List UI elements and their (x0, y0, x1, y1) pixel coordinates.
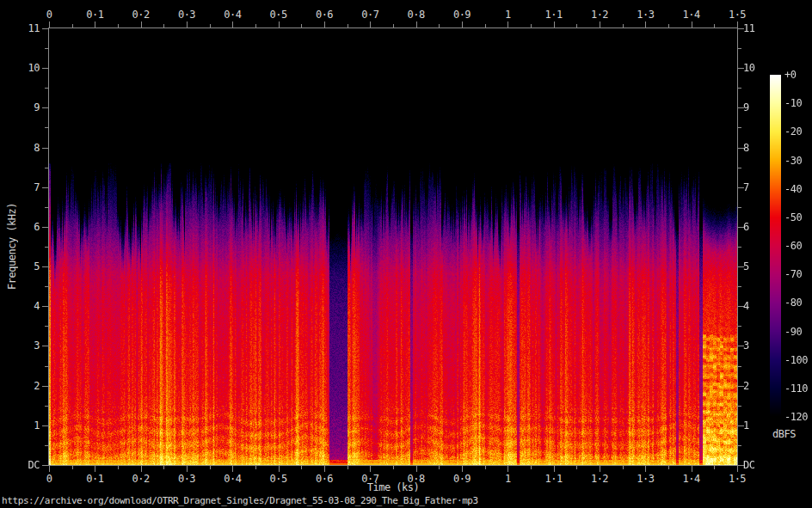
x-major-tick-top (416, 21, 417, 28)
x-major-tick-top (324, 21, 325, 28)
y-tick-label-right: 9 (743, 101, 749, 113)
x-major-tick-top (554, 21, 555, 28)
colorbar-unit-label: dBFS (772, 428, 796, 440)
y-major-tick-left (42, 386, 48, 387)
y-tick-label-right: 6 (743, 221, 749, 233)
y-minor-tick-left (45, 168, 48, 168)
x-minor-tick-top (623, 24, 624, 28)
x-major-tick-bottom (462, 466, 463, 472)
x-tick-label-bottom: 1·4 (683, 473, 700, 485)
colorbar-tick-label: -120 (784, 411, 808, 423)
y-tick-label-left: 10 (12, 62, 40, 74)
x-tick-label-top: 1·1 (545, 9, 563, 21)
y-tick-label-right: 10 (743, 62, 754, 74)
colorbar-tick-label: -100 (784, 354, 808, 366)
y-tick-label-right: 5 (743, 260, 749, 272)
colorbar-tick-label: -70 (784, 268, 802, 280)
x-minor-tick-bottom (210, 466, 211, 469)
x-tick-label-bottom: 0 (46, 473, 52, 485)
y-minor-tick-left (45, 406, 48, 407)
y-tick-label-left: 11 (12, 22, 40, 34)
y-minor-tick-right (738, 406, 741, 407)
y-minor-tick-right (738, 88, 741, 89)
y-tick-label-right: 1 (743, 419, 749, 431)
colorbar-tick-label: -50 (784, 211, 802, 223)
y-tick-label-left: 1 (12, 419, 40, 431)
x-major-tick-bottom (324, 466, 325, 472)
x-major-tick-top (462, 21, 463, 28)
x-tick-label-bottom: 0·8 (408, 473, 425, 485)
x-tick-label-top: 0·7 (361, 9, 378, 21)
x-major-tick-bottom (737, 466, 738, 472)
y-minor-tick-right (738, 366, 741, 367)
y-major-tick-left (42, 306, 48, 307)
y-minor-tick-right (738, 168, 741, 168)
x-minor-tick-top (393, 24, 394, 28)
y-minor-tick-left (45, 88, 48, 89)
x-major-tick-top (692, 21, 692, 28)
x-tick-label-top: 0·4 (224, 9, 241, 21)
x-minor-tick-bottom (576, 466, 577, 469)
x-major-tick-top (508, 21, 508, 28)
x-tick-label-bottom: 0·1 (86, 473, 103, 485)
source-url-text: https://archive·org/download/OTRR_Dragne… (2, 495, 478, 506)
x-tick-label-top: 0·5 (270, 9, 287, 21)
y-minor-tick-left (45, 207, 48, 208)
x-tick-label-bottom: 1·2 (591, 473, 608, 485)
y-tick-label-right: 4 (743, 300, 749, 312)
x-tick-label-top: 0·6 (316, 9, 333, 21)
y-tick-label-left: 7 (12, 181, 40, 193)
y-tick-label-left: DC (12, 459, 40, 471)
x-major-tick-bottom (554, 466, 555, 472)
colorbar-tick-label: -80 (784, 297, 802, 309)
y-major-tick-left (42, 227, 48, 228)
x-tick-label-top: 0·8 (408, 9, 425, 21)
y-major-tick-left (42, 28, 48, 29)
x-minor-tick-bottom (393, 466, 394, 469)
x-major-tick-bottom (141, 466, 142, 472)
x-major-tick-top (737, 21, 738, 28)
x-minor-tick-top (714, 24, 715, 28)
x-major-tick-top (187, 21, 188, 28)
x-major-tick-bottom (49, 466, 50, 472)
x-major-tick-top (600, 21, 600, 28)
x-minor-tick-bottom (714, 466, 715, 469)
x-minor-tick-bottom (163, 466, 164, 469)
x-minor-tick-bottom (531, 466, 532, 469)
y-major-tick-left (42, 425, 48, 426)
x-major-tick-bottom (645, 466, 646, 472)
x-minor-tick-bottom (301, 466, 302, 469)
y-tick-label-right: DC (743, 459, 754, 471)
x-tick-label-bottom: 0·2 (132, 473, 150, 485)
x-tick-label-top: 1·5 (729, 9, 746, 21)
x-major-tick-bottom (95, 466, 95, 472)
x-minor-tick-top (210, 24, 211, 28)
x-major-tick-bottom (370, 466, 371, 472)
x-tick-label-bottom: 1·1 (545, 473, 563, 485)
y-major-tick-left (42, 148, 48, 149)
y-major-tick-left (42, 266, 48, 267)
y-minor-tick-left (45, 445, 48, 446)
y-minor-tick-right (738, 207, 741, 208)
x-tick-label-top: 0·3 (178, 9, 195, 21)
x-major-tick-bottom (279, 466, 280, 472)
x-tick-label-bottom: 1 (505, 473, 511, 485)
x-major-tick-top (95, 21, 95, 28)
y-major-tick-left (42, 107, 48, 108)
x-tick-label-top: 1 (505, 9, 511, 21)
y-major-tick-left (42, 68, 48, 69)
y-tick-label-right: 8 (743, 142, 749, 154)
x-minor-tick-bottom (72, 466, 73, 469)
x-minor-tick-bottom (668, 466, 669, 469)
x-tick-label-bottom: 0·7 (361, 473, 378, 485)
x-tick-label-top: 1·3 (637, 9, 654, 21)
y-minor-tick-left (45, 326, 48, 327)
x-minor-tick-top (485, 24, 486, 28)
y-tick-label-left: 3 (12, 340, 40, 352)
x-tick-label-bottom: 0·9 (453, 473, 471, 485)
colorbar-tick-label: -90 (784, 326, 802, 338)
y-major-tick-left (42, 187, 48, 188)
colorbar-tick-label: -30 (784, 155, 802, 167)
x-tick-label-bottom: 0·6 (316, 473, 333, 485)
x-minor-tick-top (668, 24, 669, 28)
